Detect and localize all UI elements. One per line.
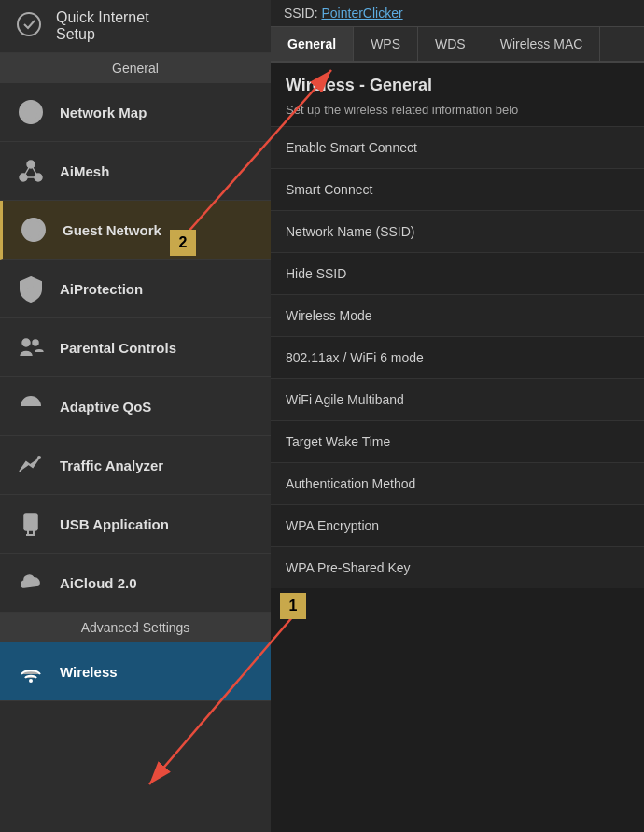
tabs-bar: General WPS WDS Wireless MAC xyxy=(271,27,644,63)
sidebar-item-aimesh[interactable]: AiMesh xyxy=(0,142,271,201)
badge-1: 1 xyxy=(280,593,306,619)
quick-internet-setup[interactable]: Quick Internet Setup xyxy=(0,0,271,53)
svg-point-0 xyxy=(18,13,40,35)
svg-point-13 xyxy=(22,339,30,346)
sidebar-item-aiprotection-label: AiProtection xyxy=(60,281,143,297)
svg-point-21 xyxy=(29,679,33,683)
traffic-analyzer-icon xyxy=(15,449,47,481)
page-title: Wireless - General xyxy=(271,63,644,99)
content-area: Wireless - General Set up the wireless r… xyxy=(271,63,644,832)
ssid-header: SSID: PointerClicker xyxy=(271,0,644,27)
wireless-icon xyxy=(15,656,47,687)
sidebar: Quick Internet Setup General Network Map xyxy=(0,0,271,832)
badge-2: 2 xyxy=(170,230,196,256)
sidebar-item-traffic-analyzer[interactable]: Traffic Analyzer xyxy=(0,436,271,495)
network-map-icon xyxy=(15,96,47,128)
aicloud-icon xyxy=(15,567,47,599)
main-content: SSID: PointerClicker General WPS WDS Wir… xyxy=(271,0,644,832)
tab-wds[interactable]: WDS xyxy=(418,27,483,61)
sidebar-item-aiprotection[interactable]: AiProtection xyxy=(0,260,271,318)
parental-controls-icon xyxy=(15,331,47,363)
row-wifi-agile-multiband: WiFi Agile Multiband xyxy=(271,378,644,420)
quick-setup-label: Quick Internet Setup xyxy=(56,9,149,43)
row-enable-smart-connect: Enable Smart Connect xyxy=(271,126,644,168)
quick-setup-icon xyxy=(15,10,43,42)
row-hide-ssid: Hide SSID xyxy=(271,252,644,294)
general-section-header: General xyxy=(0,53,271,83)
svg-point-16 xyxy=(37,456,41,459)
usb-application-icon xyxy=(15,508,47,540)
row-wireless-mode: Wireless Mode xyxy=(271,294,644,336)
row-wpa-pre-shared-key: WPA Pre-Shared Key xyxy=(271,546,644,588)
sidebar-item-guest-network[interactable]: Guest Network xyxy=(0,201,271,260)
tab-wps[interactable]: WPS xyxy=(354,27,418,61)
row-network-name-ssid: Network Name (SSID) xyxy=(271,210,644,252)
sidebar-item-usb-application-label: USB Application xyxy=(60,516,169,532)
sidebar-item-aimesh-label: AiMesh xyxy=(60,163,109,179)
row-smart-connect: Smart Connect xyxy=(271,168,644,210)
aiprotection-icon xyxy=(15,273,47,304)
adaptive-qos-icon xyxy=(15,390,47,422)
row-target-wake-time: Target Wake Time xyxy=(271,420,644,462)
sidebar-item-aicloud[interactable]: AiCloud 2.0 xyxy=(0,554,271,613)
page-subtitle: Set up the wireless related information … xyxy=(271,99,644,126)
advanced-section-header: Advanced Settings xyxy=(0,613,271,642)
sidebar-item-usb-application[interactable]: USB Application xyxy=(0,495,271,554)
sidebar-item-network-map[interactable]: Network Map xyxy=(0,83,271,142)
sidebar-item-guest-network-label: Guest Network xyxy=(63,222,161,238)
sidebar-item-wireless[interactable]: Wireless xyxy=(0,642,271,701)
ssid-label: SSID: xyxy=(284,6,318,21)
tab-wireless-mac[interactable]: Wireless MAC xyxy=(483,27,601,61)
guest-network-icon xyxy=(18,214,49,246)
sidebar-item-aicloud-label: AiCloud 2.0 xyxy=(60,575,137,591)
sidebar-item-parental-controls[interactable]: Parental Controls xyxy=(0,318,271,377)
sidebar-item-network-map-label: Network Map xyxy=(60,105,147,120)
aimesh-icon xyxy=(15,155,47,187)
svg-rect-17 xyxy=(24,514,37,530)
tab-general[interactable]: General xyxy=(271,27,354,61)
ssid-value[interactable]: PointerClicker xyxy=(321,6,402,21)
row-wpa-encryption: WPA Encryption xyxy=(271,504,644,546)
svg-point-14 xyxy=(33,340,38,345)
sidebar-item-parental-controls-label: Parental Controls xyxy=(60,340,176,356)
sidebar-item-wireless-label: Wireless xyxy=(60,664,118,680)
sidebar-item-traffic-analyzer-label: Traffic Analyzer xyxy=(60,458,163,473)
sidebar-item-adaptive-qos-label: Adaptive QoS xyxy=(60,399,151,415)
row-authentication-method: Authentication Method xyxy=(271,462,644,504)
sidebar-item-adaptive-qos[interactable]: Adaptive QoS xyxy=(0,377,271,436)
row-80211ax-wifi6: 802.11ax / WiFi 6 mode xyxy=(271,336,644,378)
